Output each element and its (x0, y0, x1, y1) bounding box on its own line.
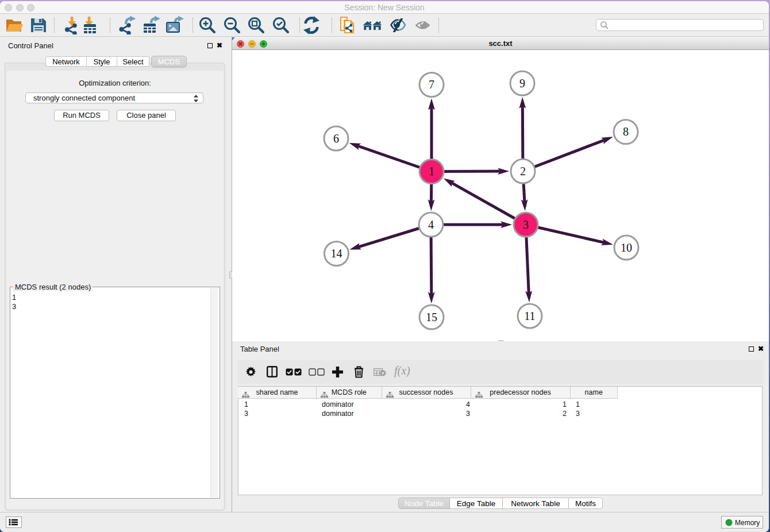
svg-text:2: 2 (520, 165, 526, 178)
svg-text:4: 4 (428, 218, 434, 231)
svg-text:10: 10 (621, 241, 632, 254)
svg-text:3: 3 (523, 218, 529, 231)
svg-text:1: 1 (429, 165, 434, 178)
svg-text:8: 8 (623, 125, 629, 138)
svg-text:6: 6 (333, 132, 339, 145)
svg-text:9: 9 (519, 77, 525, 90)
svg-text:15: 15 (426, 311, 437, 323)
svg-text:7: 7 (429, 78, 434, 91)
svg-text:11: 11 (524, 310, 535, 322)
svg-text:14: 14 (331, 247, 342, 260)
